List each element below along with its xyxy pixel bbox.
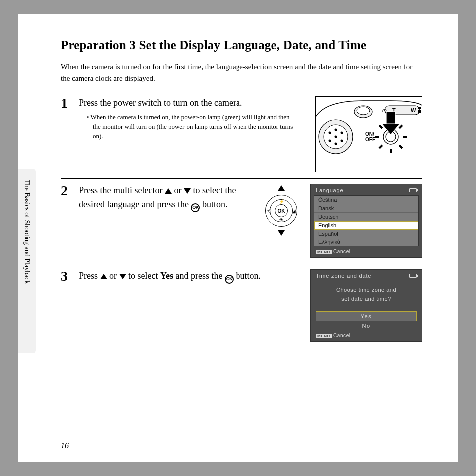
step-subtext: When the camera is turned on, the power-…: [79, 113, 293, 141]
battery-icon: [409, 188, 417, 192]
step-heading: Press or to select Yes and press the OK …: [79, 269, 268, 284]
step-heading: Press the multi selector or to select th…: [79, 184, 252, 212]
svg-point-2: [329, 132, 331, 134]
language-option-selected: English: [314, 221, 418, 230]
svg-point-3: [335, 129, 337, 131]
down-icon: [184, 184, 191, 198]
battery-icon: [409, 274, 417, 278]
svg-point-6: [335, 143, 337, 145]
down-icon: [278, 229, 285, 238]
section-tab-label: The Basics of Shooting and Playback: [23, 180, 31, 284]
svg-text:OFF: OFF: [365, 137, 375, 142]
svg-rect-12: [418, 107, 421, 109]
svg-rect-13: [418, 110, 421, 113]
step-body: Press the power switch to turn on the ca…: [79, 96, 308, 141]
multi-selector-illustration: OK ⚡ ❀ ⟲ ◢: [261, 184, 301, 238]
up-icon: [165, 184, 172, 198]
manual-page: The Basics of Shooting and Playback Prep…: [18, 14, 458, 462]
lcd-footer: MENUCancel: [311, 330, 422, 341]
intro-text: When the camera is turned on for the fir…: [61, 61, 422, 84]
option-no: No: [316, 321, 417, 330]
lcd-title-label: Time zone and date: [316, 273, 371, 279]
up-icon: [100, 270, 107, 283]
timezone-screen: Time zone and date Choose time zone and …: [310, 269, 422, 342]
ok-icon: OK: [191, 203, 200, 212]
language-option: Deutsch: [314, 213, 418, 221]
language-option: Ελληνικά: [314, 238, 418, 246]
step-body: Press or to select Yes and press the OK …: [79, 269, 303, 287]
svg-point-7: [341, 140, 343, 142]
svg-text:ON/: ON/: [365, 131, 374, 137]
ok-button-icon: OK: [275, 204, 288, 217]
ok-icon: OK: [225, 275, 234, 284]
step-number: 3: [61, 269, 72, 283]
svg-point-31: [357, 107, 370, 115]
timezone-screen-wrap: Time zone and date Choose time zone and …: [310, 269, 422, 342]
step-heading: Press the power switch to turn on the ca…: [79, 96, 308, 110]
lcd-title-label: Language: [316, 187, 343, 193]
page-number: 16: [61, 441, 69, 450]
language-list: Čeština Dansk Deutsch English Español Ελ…: [314, 195, 419, 246]
lcd-footer: MENUCancel: [311, 246, 422, 257]
step-number: 1: [61, 96, 72, 110]
confirm-options: Yes No: [316, 311, 417, 330]
language-screen: Language Čeština Dansk Deutsch English E…: [310, 184, 422, 258]
step-number: 2: [61, 184, 72, 198]
down-icon: [119, 270, 126, 283]
menu-badge: MENU: [316, 334, 332, 338]
camera-top-illustration: T W ?: [315, 96, 422, 172]
step-1: 1 Press the power switch to turn on the …: [61, 91, 422, 178]
page-title: Preparation 3 Set the Display Language, …: [61, 38, 422, 52]
step-3: 3 Press or to select Yes and press the O…: [61, 264, 422, 348]
step2-illustrations: OK ⚡ ❀ ⟲ ◢ Language Čeština Dansk D: [259, 184, 422, 258]
svg-rect-26: [386, 112, 395, 125]
language-option: Dansk: [314, 204, 418, 213]
step-body: Press the multi selector or to select th…: [79, 184, 252, 215]
lcd-message: Choose time zone and set date and time?: [311, 281, 422, 308]
svg-point-8: [335, 136, 337, 138]
language-option: Español: [314, 230, 418, 238]
svg-text:?: ?: [382, 108, 384, 113]
step-2: 2 Press the multi selector or to select …: [61, 179, 422, 264]
svg-point-4: [341, 132, 343, 134]
zoom-w-label: W: [411, 107, 416, 113]
up-icon: [278, 184, 285, 193]
section-tab: The Basics of Shooting and Playback: [18, 169, 36, 353]
language-option: Čeština: [314, 196, 418, 204]
top-rule: [61, 33, 422, 33]
option-yes: Yes: [316, 311, 417, 321]
menu-badge: MENU: [316, 250, 332, 254]
svg-point-5: [329, 140, 331, 142]
